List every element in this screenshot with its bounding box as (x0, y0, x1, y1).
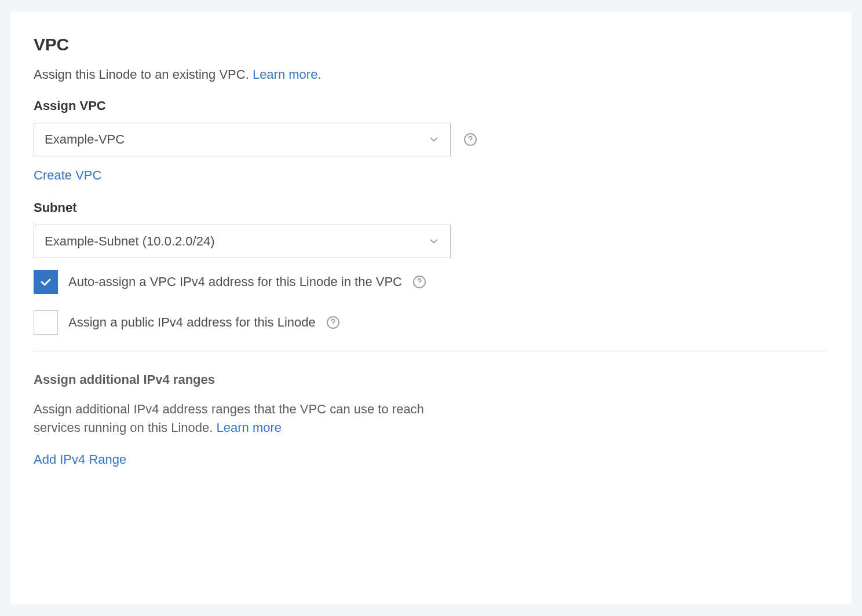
public-ip-checkbox-row: Assign a public IPv4 address for this Li… (34, 310, 828, 335)
auto-assign-checkbox-row: Auto-assign a VPC IPv4 address for this … (34, 270, 828, 294)
ipv4-ranges-description: Assign additional IPv4 address ranges th… (34, 400, 462, 437)
assign-vpc-value: Example-VPC (45, 132, 125, 147)
svg-point-5 (333, 325, 333, 325)
subnet-row: Example-Subnet (10.0.2.0/24) (34, 225, 828, 258)
create-vpc-link[interactable]: Create VPC (34, 168, 101, 183)
auto-assign-checkbox[interactable] (34, 270, 58, 294)
svg-point-1 (470, 142, 470, 142)
add-ipv4-range-link[interactable]: Add IPv4 Range (34, 452, 126, 467)
ipv4-ranges-title: Assign additional IPv4 ranges (34, 372, 828, 387)
help-icon[interactable] (412, 275, 426, 289)
public-ip-label: Assign a public IPv4 address for this Li… (68, 315, 316, 330)
help-icon[interactable] (463, 133, 477, 146)
ipv4-learn-more-link[interactable]: Learn more (217, 420, 282, 435)
assign-vpc-label: Assign VPC (34, 98, 828, 113)
chevron-down-icon (428, 236, 440, 247)
help-icon[interactable] (326, 316, 340, 329)
description-suffix: . (317, 67, 321, 82)
divider (34, 351, 828, 351)
learn-more-link[interactable]: Learn more (253, 67, 318, 82)
auto-assign-label: Auto-assign a VPC IPv4 address for this … (68, 274, 402, 289)
description-prefix: Assign this Linode to an existing VPC. (34, 67, 253, 82)
chevron-down-icon (428, 134, 440, 145)
section-description: Assign this Linode to an existing VPC. L… (34, 67, 828, 82)
subnet-value: Example-Subnet (10.0.2.0/24) (45, 234, 215, 249)
assign-vpc-select[interactable]: Example-VPC (34, 123, 451, 156)
subnet-select[interactable]: Example-Subnet (10.0.2.0/24) (34, 225, 451, 258)
svg-point-3 (419, 284, 419, 285)
section-title: VPC (34, 35, 828, 54)
subnet-label: Subnet (34, 200, 828, 215)
vpc-section-card: VPC Assign this Linode to an existing VP… (10, 12, 852, 604)
public-ip-checkbox[interactable] (34, 310, 58, 335)
assign-vpc-row: Example-VPC (34, 123, 828, 156)
